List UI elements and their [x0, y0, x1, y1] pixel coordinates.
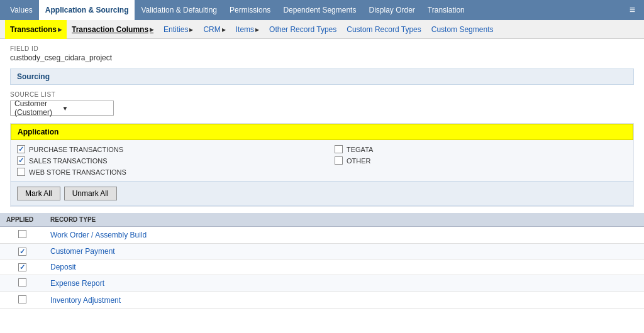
application-section: Application PURCHASE TRANSACTIONS SALES … — [10, 123, 634, 207]
checkbox-other-icon[interactable] — [335, 156, 343, 165]
table-header-row: APPLIED RECORD TYPE — [0, 213, 644, 227]
col-record-type: RECORD TYPE — [44, 213, 644, 227]
record-type-table: APPLIED RECORD TYPE Work Order / Assembl… — [0, 213, 644, 309]
checkbox-purchase-label: PURCHASE TRANSACTIONS — [29, 146, 123, 153]
sourcing-section-header: Sourcing — [10, 68, 634, 85]
menu-icon[interactable]: ≡ — [625, 4, 640, 16]
record-type-cell: Deposit — [44, 259, 644, 275]
subnav-transactions[interactable]: Transactions▸ — [5, 20, 67, 39]
table-row: Work Order / Assembly Build — [0, 227, 644, 244]
row-checkbox-icon[interactable]: ✓ — [18, 263, 26, 271]
applied-cell[interactable] — [0, 275, 44, 292]
nav-permissions[interactable]: Permissions — [223, 0, 277, 20]
table-row: ✓Deposit — [0, 259, 644, 275]
checkbox-other-label: OTHER — [347, 157, 371, 165]
checkbox-web-store-icon[interactable] — [17, 168, 25, 176]
applied-cell[interactable]: ✓ — [0, 244, 44, 259]
sub-navigation: Transactions▸ Transaction Columns▸ Entit… — [0, 20, 644, 39]
row-checkbox-icon[interactable] — [18, 278, 26, 287]
top-navigation: Values Application & Sourcing Validation… — [0, 0, 644, 20]
field-id-value: custbody_cseg_cidara_project — [10, 53, 634, 62]
checkbox-sales-icon[interactable] — [17, 156, 25, 165]
checkbox-sales-label: SALES TRANSACTIONS — [29, 157, 108, 165]
source-list-select[interactable]: Customer (Customer) ▼ — [10, 101, 114, 116]
record-type-cell: Customer Payment — [44, 244, 644, 259]
nav-application-sourcing[interactable]: Application & Sourcing — [39, 0, 135, 20]
record-type-cell: Inventory Adjustment — [44, 292, 644, 309]
table-row: Inventory Adjustment — [0, 292, 644, 309]
checkbox-other[interactable]: OTHER — [335, 156, 627, 165]
subnav-custom-segments[interactable]: Custom Segments — [426, 20, 499, 39]
main-content: FIELD ID custbody_cseg_cidara_project So… — [0, 39, 644, 213]
row-checkbox-icon[interactable]: ✓ — [18, 248, 26, 256]
nav-translation[interactable]: Translation — [421, 0, 471, 20]
record-type-cell: Expense Report — [44, 275, 644, 292]
row-checkbox-icon[interactable] — [18, 230, 26, 238]
dropdown-arrow-icon: ▼ — [62, 105, 110, 112]
subnav-custom-record-types[interactable]: Custom Record Types — [341, 20, 426, 39]
subnav-other-record-types[interactable]: Other Record Types — [264, 20, 341, 39]
field-id-label: FIELD ID — [10, 45, 634, 52]
buttons-row: Mark All Unmark All — [11, 181, 633, 206]
application-section-header: Application — [11, 124, 633, 140]
checkbox-sales-transactions[interactable]: SALES TRANSACTIONS — [17, 156, 322, 165]
applied-cell[interactable] — [0, 292, 44, 309]
record-type-cell: Work Order / Assembly Build — [44, 227, 644, 244]
unmark-all-button[interactable]: Unmark All — [64, 187, 117, 200]
applied-cell[interactable]: ✓ — [0, 259, 44, 275]
nav-values[interactable]: Values — [4, 0, 39, 20]
source-list-value: Customer (Customer) — [14, 99, 62, 117]
checkbox-purchase-transactions[interactable]: PURCHASE TRANSACTIONS — [17, 145, 322, 153]
mark-all-button[interactable]: Mark All — [17, 187, 60, 200]
subnav-items[interactable]: Items▸ — [231, 20, 264, 39]
table-row: Expense Report — [0, 275, 644, 292]
nav-display-order[interactable]: Display Order — [362, 0, 421, 20]
subnav-entities[interactable]: Entities▸ — [158, 20, 198, 39]
row-checkbox-icon[interactable] — [18, 295, 26, 303]
checkbox-web-store-label: WEB STORE TRANSACTIONS — [29, 168, 126, 176]
checkbox-tegata-label: TEGATA — [347, 146, 373, 153]
checkbox-tegata-icon[interactable] — [335, 145, 343, 153]
nav-validation-defaulting[interactable]: Validation & Defaulting — [135, 0, 223, 20]
subnav-transaction-columns[interactable]: Transaction Columns▸ — [67, 20, 158, 39]
checkbox-purchase-icon[interactable] — [17, 145, 25, 153]
checkbox-tegata[interactable]: TEGATA — [335, 145, 627, 153]
subnav-crm[interactable]: CRM▸ — [198, 20, 230, 39]
applied-cell[interactable] — [0, 227, 44, 244]
application-inner: PURCHASE TRANSACTIONS SALES TRANSACTIONS… — [11, 140, 633, 181]
source-list-label: SOURCE LIST — [10, 91, 634, 98]
table-row: ✓Customer Payment — [0, 244, 644, 259]
col-applied: APPLIED — [0, 213, 44, 227]
checkbox-web-store-transactions[interactable]: WEB STORE TRANSACTIONS — [17, 168, 322, 176]
nav-dependent-segments[interactable]: Dependent Segments — [277, 0, 362, 20]
